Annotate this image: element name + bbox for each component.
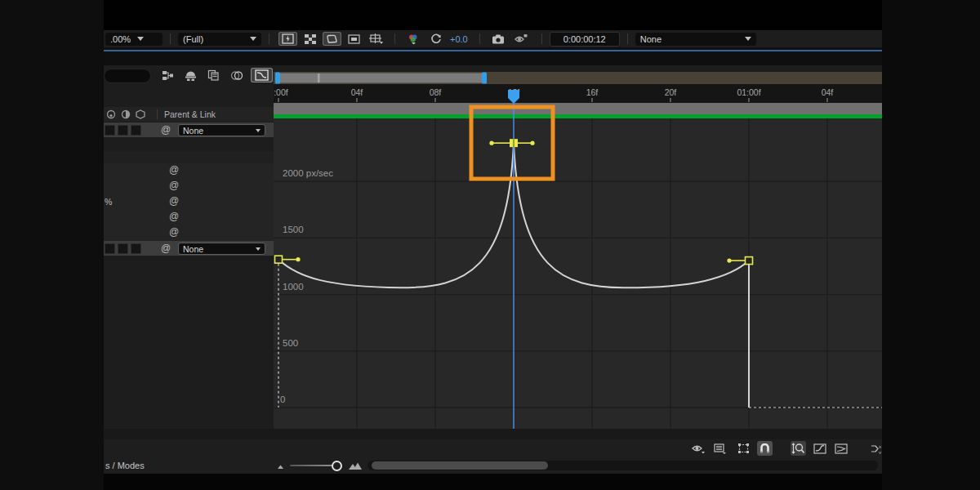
pickwhip-icon[interactable]: @ bbox=[161, 126, 171, 135]
switches-modes-toggle[interactable]: s / Modes bbox=[105, 461, 145, 470]
preview-time-field[interactable]: 0:00:00:12 bbox=[550, 32, 620, 47]
keyframe[interactable] bbox=[275, 256, 283, 263]
title-action-safe-button[interactable] bbox=[345, 32, 363, 46]
grid-and-guides-button[interactable] bbox=[367, 32, 385, 46]
pickwhip-icon[interactable]: @ bbox=[169, 212, 179, 221]
auto-zoom-graph-icon bbox=[791, 443, 805, 454]
timecode-value: 0:00:00:12 bbox=[564, 34, 606, 44]
navigator-right-handle[interactable] bbox=[482, 73, 487, 84]
view-layout-dropdown[interactable]: None bbox=[635, 33, 756, 46]
graph-editor-footer: x y bbox=[104, 439, 882, 457]
frame-blend-column-icon[interactable] bbox=[121, 109, 131, 119]
layer-switches bbox=[105, 243, 141, 254]
panel-gap bbox=[104, 51, 882, 65]
zoom-in-mountain-icon[interactable] bbox=[348, 461, 363, 470]
motion-blur-column-icon[interactable] bbox=[136, 109, 145, 119]
exposure-value[interactable]: +0.0 bbox=[450, 34, 468, 44]
fit-all-graphs-button[interactable] bbox=[833, 441, 849, 456]
keyframe-handle-dot[interactable] bbox=[727, 258, 731, 262]
parent-dropdown[interactable]: None bbox=[178, 124, 265, 136]
snapshot-button[interactable] bbox=[489, 32, 508, 46]
title-action-safe-icon bbox=[348, 34, 360, 44]
shy-icon bbox=[185, 70, 197, 81]
graph-type-menu-button[interactable] bbox=[712, 441, 728, 456]
switch-checkbox[interactable] bbox=[105, 243, 115, 254]
shy-column-icon[interactable] bbox=[106, 109, 116, 119]
keyframe-handle-dot[interactable] bbox=[296, 257, 300, 261]
keyframe-handle-dot[interactable] bbox=[489, 141, 493, 145]
switch-checkbox[interactable] bbox=[105, 125, 115, 136]
pickwhip-icon[interactable]: @ bbox=[169, 181, 179, 190]
auto-zoom-graph-button[interactable] bbox=[791, 441, 806, 456]
time-navigator-viewed-area[interactable] bbox=[278, 74, 484, 83]
timeline-panel-buttons bbox=[159, 67, 273, 83]
parent-dropdown[interactable]: None bbox=[178, 243, 265, 255]
eye-filter-icon bbox=[692, 443, 706, 454]
switch-checkbox[interactable] bbox=[131, 243, 141, 254]
chevron-down-icon bbox=[745, 37, 751, 41]
layer-switches bbox=[105, 125, 141, 136]
property-row[interactable]: @ bbox=[104, 163, 274, 180]
switch-checkbox[interactable] bbox=[118, 125, 128, 136]
frame-blend-button[interactable] bbox=[205, 68, 222, 82]
snap-magnet-icon bbox=[760, 443, 770, 454]
zoom-out-mountain-icon[interactable] bbox=[275, 463, 286, 470]
navigator-left-handle[interactable] bbox=[275, 73, 280, 84]
fast-previews-button[interactable] bbox=[278, 32, 297, 46]
pickwhip-icon[interactable]: @ bbox=[161, 244, 171, 253]
property-row[interactable]: @ bbox=[104, 210, 274, 226]
time-ruler[interactable] bbox=[274, 84, 882, 103]
transform-box-button[interactable] bbox=[736, 441, 751, 456]
layer-row-2[interactable]: @ None bbox=[104, 241, 274, 256]
ruler-tick-label: 04f bbox=[351, 87, 363, 97]
layer-row-1[interactable]: @ None bbox=[104, 122, 274, 137]
shy-button[interactable] bbox=[182, 68, 199, 82]
transparency-grid-button[interactable] bbox=[301, 32, 319, 46]
column-header-icons bbox=[106, 109, 145, 119]
svg-text:y: y bbox=[879, 449, 881, 454]
right-void bbox=[882, 0, 980, 490]
property-row[interactable]: @ bbox=[104, 179, 274, 195]
pickwhip-icon[interactable]: @ bbox=[169, 166, 179, 175]
graph-editor-button[interactable] bbox=[251, 68, 273, 82]
eye-filter-button[interactable] bbox=[691, 441, 706, 456]
composition-toolbar: .00% (Full) bbox=[104, 30, 882, 47]
property-row[interactable]: %@ bbox=[104, 194, 274, 211]
chevron-down-icon bbox=[256, 129, 261, 132]
zoom-slider-knob[interactable] bbox=[332, 461, 342, 471]
fit-selection-button[interactable] bbox=[812, 441, 827, 456]
search-input[interactable] bbox=[104, 69, 151, 83]
pickwhip-icon[interactable]: @ bbox=[169, 228, 179, 237]
divider bbox=[479, 33, 480, 44]
separate-dimensions-button[interactable]: x y bbox=[870, 441, 885, 456]
graph-background[interactable] bbox=[274, 118, 882, 429]
show-snapshot-button[interactable] bbox=[511, 32, 530, 46]
comp-flowchart-button[interactable] bbox=[159, 68, 176, 82]
reset-exposure-button[interactable] bbox=[426, 32, 445, 46]
channels-button[interactable] bbox=[404, 32, 423, 46]
parent-link-header[interactable]: Parent & Link bbox=[164, 109, 216, 119]
chevron-down-icon bbox=[256, 247, 261, 251]
ruler-tick-label: 01:00f bbox=[737, 87, 760, 97]
pickwhip-icon[interactable]: @ bbox=[169, 197, 179, 206]
motion-blur-button[interactable] bbox=[228, 68, 245, 82]
resolution-dropdown[interactable]: (Full) bbox=[178, 33, 261, 46]
ruler-tick-label: 0:00f bbox=[274, 87, 288, 97]
keyframe-handle-dot[interactable] bbox=[530, 141, 534, 145]
property-row[interactable]: @ bbox=[104, 225, 274, 242]
switch-checkbox[interactable] bbox=[118, 243, 128, 254]
graph-bottom-strip bbox=[104, 429, 882, 439]
scrollbar-thumb[interactable] bbox=[372, 461, 548, 470]
property-label: % bbox=[105, 197, 112, 207]
magnification-dropdown[interactable]: .00% bbox=[105, 33, 163, 46]
keyframe[interactable] bbox=[746, 257, 753, 265]
parent-value: None bbox=[183, 244, 203, 254]
region-of-interest-button[interactable] bbox=[323, 32, 341, 46]
divider bbox=[170, 33, 171, 44]
graph-editor-canvas[interactable]: 2000 px/sec1500100050000:00f04f08f12f16f… bbox=[274, 65, 882, 429]
chevron-down-icon bbox=[137, 37, 144, 41]
work-area-bar[interactable] bbox=[274, 103, 882, 114]
horizontal-scrollbar[interactable] bbox=[368, 461, 878, 470]
switch-checkbox[interactable] bbox=[131, 125, 141, 136]
snap-button[interactable] bbox=[757, 441, 773, 456]
